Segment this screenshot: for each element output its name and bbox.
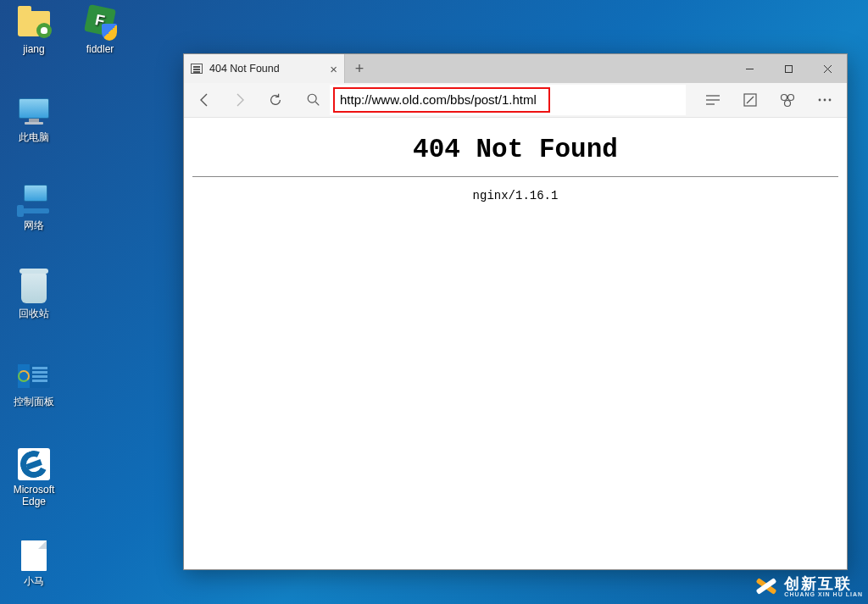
close-window-button[interactable]: [808, 54, 847, 83]
more-button[interactable]: [806, 83, 843, 117]
desktop-icon-fiddler[interactable]: F fiddler: [68, 7, 132, 56]
tab-bar: 404 Not Found × +: [184, 54, 847, 83]
watermark-text: 创新互联: [784, 576, 863, 591]
desktop-icon-label: jiang: [23, 44, 44, 56]
desktop-icon-label: Microsoft Edge: [2, 485, 66, 508]
desktop-icon-recycle-bin[interactable]: 回收站: [2, 271, 66, 320]
svg-point-4: [308, 94, 316, 103]
desktop-icon-edge[interactable]: Microsoft Edge: [2, 447, 66, 508]
desktop-icon-network[interactable]: 网络: [2, 183, 66, 232]
svg-rect-1: [785, 65, 792, 72]
pc-icon: [17, 95, 51, 129]
back-button[interactable]: [187, 83, 221, 117]
forward-button[interactable]: [223, 83, 257, 117]
page-viewport: 404 Not Found nginx/1.16.1: [184, 118, 847, 569]
address-bar[interactable]: [330, 85, 686, 115]
desktop-icon-label: 回收站: [19, 308, 49, 320]
error-heading: 404 Not Found: [184, 135, 847, 164]
network-icon: [17, 183, 51, 217]
reading-list-button[interactable]: [694, 83, 732, 117]
browser-toolbar: [184, 83, 847, 118]
url-input[interactable]: [340, 92, 543, 107]
new-tab-button[interactable]: +: [345, 54, 374, 83]
svg-point-15: [829, 99, 832, 102]
error-divider: [192, 176, 838, 177]
desktop-icon-label: 网络: [24, 220, 44, 232]
tab-active[interactable]: 404 Not Found ×: [184, 54, 345, 83]
watermark: 创新互联 CHUANG XIN HU LIAN: [754, 574, 863, 599]
file-icon: [17, 539, 51, 573]
svg-point-14: [824, 99, 826, 102]
svg-point-13: [819, 99, 821, 102]
control-panel-icon: [17, 359, 51, 393]
desktop-icon-label: fiddler: [86, 44, 114, 56]
svg-point-11: [788, 95, 794, 101]
search-icon[interactable]: [301, 92, 326, 108]
desktop-icon-label: 控制面板: [14, 396, 54, 408]
recycle-bin-icon: [17, 271, 51, 305]
tab-title: 404 Not Found: [209, 63, 280, 75]
refresh-button[interactable]: [259, 83, 292, 117]
share-button[interactable]: [769, 83, 806, 117]
svg-line-5: [315, 102, 319, 105]
edge-icon: [17, 447, 51, 481]
error-server-line: nginx/1.16.1: [184, 189, 847, 202]
desktop-icon-this-pc[interactable]: 此电脑: [2, 95, 66, 144]
desktop-icon-folder-jiang[interactable]: jiang: [2, 7, 66, 56]
desktop-icon-label: 小马: [24, 576, 44, 588]
maximize-button[interactable]: [769, 54, 808, 83]
svg-point-12: [785, 101, 791, 107]
desktop-icon-control-panel[interactable]: 控制面板: [2, 359, 66, 408]
watermark-subtext: CHUANG XIN HU LIAN: [784, 591, 863, 597]
folder-user-icon: [17, 7, 51, 41]
tab-close-button[interactable]: ×: [330, 63, 337, 75]
desktop-icon-label: 此电脑: [19, 132, 49, 144]
window-controls: [730, 54, 847, 83]
browser-window: 404 Not Found × +: [183, 53, 848, 570]
minimize-button[interactable]: [730, 54, 769, 83]
desktop-icon-file-xiaoma[interactable]: 小马: [2, 539, 66, 588]
url-highlight-annotation: [333, 87, 550, 113]
fiddler-icon: F: [83, 7, 117, 41]
notes-button[interactable]: [732, 83, 769, 117]
page-icon: [191, 64, 203, 74]
watermark-logo-icon: [754, 574, 779, 599]
svg-point-10: [782, 95, 787, 101]
